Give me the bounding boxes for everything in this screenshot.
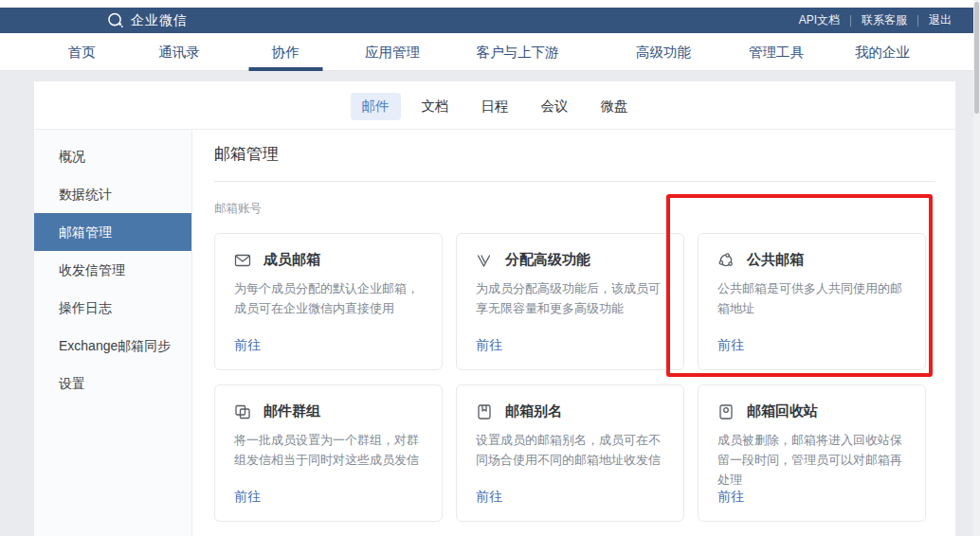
goto-link[interactable]: 前往: [234, 337, 261, 354]
top-strip: [0, 0, 980, 8]
goto-link[interactable]: 前往: [234, 489, 261, 506]
nav-item-app-management[interactable]: 应用管理: [365, 33, 420, 71]
goto-link[interactable]: 前往: [476, 489, 502, 506]
goto-link[interactable]: 前往: [717, 489, 744, 506]
card-member-mailbox: 成员邮箱 为每个成员分配的默认企业邮箱，成员可在企业微信内直接使用 前往: [214, 233, 443, 370]
divider: [850, 15, 851, 27]
scrollbar-thumb[interactable]: [974, 2, 979, 114]
card-description: 将一批成员设置为一个群组，对群组发信相当于同时对这些成员发信: [234, 430, 423, 470]
card-head: 邮箱回收站: [717, 402, 906, 420]
share-network-icon: [717, 252, 735, 269]
wecom-logo-icon: [106, 11, 124, 29]
brand: 企业微信: [106, 11, 188, 29]
sidebar-item-statistics[interactable]: 数据统计: [34, 175, 191, 213]
sidebar-item-exchange-sync[interactable]: Exchange邮箱同步: [34, 327, 191, 365]
premium-v-icon: [476, 252, 493, 269]
card-head: 邮箱别名: [476, 402, 664, 420]
tabstrip: 邮件 文档 日程 会议 微盘: [34, 81, 955, 130]
card-head: 公共邮箱: [717, 251, 906, 269]
card-mail-group: 邮件群组 将一批成员设置为一个群组，对群组发信相当于同时对这些成员发信 前往: [214, 384, 443, 522]
goto-link[interactable]: 前往: [476, 337, 502, 354]
sidebar-item-mailbox-management[interactable]: 邮箱管理: [34, 213, 191, 251]
card-description: 成员被删除，邮箱将进入回收站保留一段时间，管理员可以对邮箱再处理: [717, 430, 906, 490]
bookmark-doc-icon: [476, 403, 493, 420]
card-title: 成员邮箱: [263, 251, 320, 269]
primary-nav: 首页 通讯录 协作 应用管理 客户与上下游 高级功能 管理工具 我的企业: [0, 33, 980, 71]
card-title: 邮件群组: [263, 402, 320, 420]
sidebar: 概况 数据统计 邮箱管理 收发信管理 操作日志 Exchange邮箱同步 设置: [34, 130, 192, 536]
topbar-link-api-docs[interactable]: API文档: [799, 12, 840, 28]
divider: [917, 15, 918, 27]
sidebar-item-send-receive[interactable]: 收发信管理: [34, 251, 191, 289]
sidebar-item-settings[interactable]: 设置: [34, 365, 191, 402]
sidebar-item-overview[interactable]: 概况: [34, 137, 191, 175]
main-panel: 邮件 文档 日程 会议 微盘 概况 数据统计 邮箱管理 收发信管理 操作日志 E…: [34, 81, 955, 536]
nav-item-my-company[interactable]: 我的企业: [855, 33, 910, 71]
topbar-links: API文档 联系客服 退出: [799, 12, 952, 28]
nav-item-contacts[interactable]: 通讯录: [158, 33, 200, 71]
card-title: 分配高级功能: [505, 251, 590, 269]
card-title: 公共邮箱: [747, 251, 804, 269]
card-title: 邮箱回收站: [747, 402, 818, 420]
page-title: 邮箱管理: [214, 143, 935, 181]
nav-item-advanced-features[interactable]: 高级功能: [636, 33, 691, 71]
scrollbar-track[interactable]: [973, 0, 980, 536]
tab-drive[interactable]: 微盘: [601, 98, 628, 116]
content: 邮箱管理 邮箱账号 成员邮箱 为每个成员分配的默认企业邮箱，成员可在企: [193, 130, 955, 536]
card-public-mailbox: 公共邮箱 公共邮箱是可供多人共同使用的邮箱地址 前往: [698, 233, 926, 370]
tab-docs[interactable]: 文档: [422, 98, 449, 116]
card-description: 设置成员的邮箱别名，成员可在不同场合使用不同的邮箱地址收发信: [476, 430, 664, 470]
card-mailbox-recycle: 邮箱回收站 成员被删除，邮箱将进入回收站保留一段时间，管理员可以对邮箱再处理 前…: [698, 384, 926, 522]
nav-item-collaboration[interactable]: 协作: [272, 33, 299, 71]
recycle-box-icon: [717, 403, 735, 420]
card-description: 为成员分配高级功能后，该成员可享无限容量和更多高级功能: [476, 278, 664, 318]
card-head: 成员邮箱: [234, 251, 423, 269]
card-head: 邮件群组: [234, 402, 423, 420]
card-premium-features: 分配高级功能 为成员分配高级功能后，该成员可享无限容量和更多高级功能 前往: [456, 233, 684, 370]
sidebar-item-operation-log[interactable]: 操作日志: [34, 289, 191, 327]
card-description: 公共邮箱是可供多人共同使用的邮箱地址: [717, 278, 906, 318]
nav-item-admin-tools[interactable]: 管理工具: [749, 33, 804, 71]
topbar: 企业微信 API文档 联系客服 退出: [0, 8, 980, 33]
topbar-link-support[interactable]: 联系客服: [862, 12, 907, 28]
cards-grid: 成员邮箱 为每个成员分配的默认企业邮箱，成员可在企业微信内直接使用 前往: [214, 233, 927, 536]
card-description: 为每个成员分配的默认企业邮箱，成员可在企业微信内直接使用: [234, 278, 423, 318]
brand-name: 企业微信: [131, 12, 188, 29]
goto-link[interactable]: 前往: [717, 337, 744, 354]
tab-mail[interactable]: 邮件: [351, 93, 401, 120]
title-wrap: 邮箱管理: [214, 143, 935, 182]
overlapping-squares-icon: [234, 403, 251, 420]
page: 企业微信 API文档 联系客服 退出 首页 通讯录 协作 应用管理 客户与上下游…: [0, 0, 980, 536]
envelope-icon: [234, 252, 251, 269]
card-mailbox-alias: 邮箱别名 设置成员的邮箱别名，成员可在不同场合使用不同的邮箱地址收发信 前往: [456, 384, 684, 522]
nav-item-customers[interactable]: 客户与上下游: [477, 33, 559, 71]
section-label: 邮箱账号: [214, 201, 935, 217]
topbar-link-logout[interactable]: 退出: [929, 12, 952, 28]
card-title: 邮箱别名: [505, 402, 562, 420]
tab-calendar[interactable]: 日程: [481, 98, 509, 116]
nav-item-home[interactable]: 首页: [68, 33, 96, 71]
card-head: 分配高级功能: [476, 251, 664, 269]
tab-meeting[interactable]: 会议: [541, 98, 569, 116]
